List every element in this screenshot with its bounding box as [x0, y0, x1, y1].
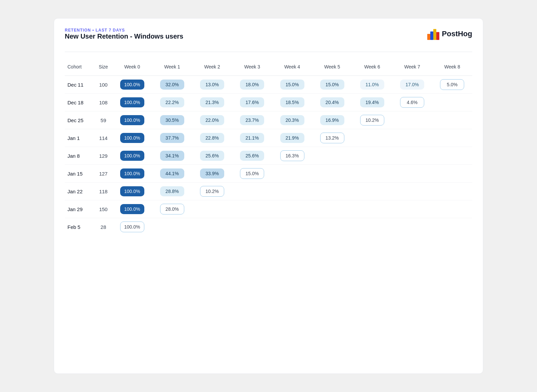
retention-pill[interactable]: 28.8%: [160, 186, 184, 196]
cell-week2: [192, 200, 232, 218]
retention-pill[interactable]: 25.6%: [240, 151, 264, 161]
retention-pill[interactable]: 20.3%: [280, 115, 304, 125]
retention-card: RETENTION • LAST 7 DAYS New User Retenti…: [54, 18, 483, 374]
divider: [65, 52, 472, 52]
retention-pill[interactable]: 100.0%: [120, 186, 144, 196]
svg-rect-0: [427, 34, 430, 40]
retention-pill[interactable]: 23.7%: [240, 115, 264, 125]
cell-week4: 15.0%: [272, 76, 312, 94]
col-header-week6: Week 6: [352, 61, 392, 76]
retention-pill[interactable]: 10.2%: [360, 115, 384, 126]
subtitle: RETENTION • LAST 7 DAYS: [65, 28, 183, 33]
retention-pill[interactable]: 28.0%: [160, 204, 184, 214]
cell-week5: 15.0%: [312, 76, 352, 94]
retention-pill[interactable]: 100.0%: [120, 168, 144, 179]
cell-week1: 30.5%: [152, 111, 192, 129]
cell-week4: [272, 218, 312, 236]
retention-pill[interactable]: 21.3%: [200, 97, 224, 107]
retention-pill[interactable]: 11.0%: [360, 80, 384, 90]
retention-pill[interactable]: 15.0%: [240, 168, 264, 179]
col-header-week2: Week 2: [192, 61, 232, 76]
cell-size: 118: [95, 183, 112, 200]
retention-pill[interactable]: 15.0%: [280, 80, 304, 90]
cell-week7: [392, 183, 432, 200]
retention-pill[interactable]: 100.0%: [120, 80, 144, 90]
cell-cohort: Jan 29: [65, 200, 95, 218]
cell-cohort: Jan 1: [65, 129, 95, 147]
retention-pill[interactable]: 25.6%: [200, 151, 224, 161]
cell-cohort: Jan 8: [65, 147, 95, 165]
table-row: Dec 2559100.0%30.5%22.0%23.7%20.3%16.9%1…: [65, 111, 472, 129]
col-header-week5: Week 5: [312, 61, 352, 76]
retention-pill[interactable]: 22.8%: [200, 133, 224, 143]
retention-pill[interactable]: 13.0%: [200, 80, 224, 90]
cell-week8: [432, 200, 472, 218]
retention-pill[interactable]: 15.0%: [320, 80, 344, 90]
retention-pill[interactable]: 5.0%: [440, 79, 464, 90]
retention-pill[interactable]: 100.0%: [120, 151, 144, 161]
cell-week3: [232, 218, 272, 236]
cell-week5: 16.9%: [312, 111, 352, 129]
svg-rect-3: [436, 32, 439, 40]
cell-week0: 100.0%: [112, 165, 152, 183]
retention-pill[interactable]: 18.0%: [240, 80, 264, 90]
cell-week1: 22.2%: [152, 94, 192, 111]
retention-pill[interactable]: 17.0%: [400, 80, 424, 90]
cell-week0: 100.0%: [112, 183, 152, 200]
cell-week7: 17.0%: [392, 76, 432, 94]
cell-cohort: Jan 22: [65, 183, 95, 200]
col-header-cohort: Cohort: [65, 61, 95, 76]
retention-pill[interactable]: 16.3%: [280, 150, 304, 161]
cell-week6: 10.2%: [352, 111, 392, 129]
retention-pill[interactable]: 22.2%: [160, 97, 184, 107]
retention-pill[interactable]: 37.7%: [160, 133, 184, 143]
table-row: Jan 22118100.0%28.8%10.2%: [65, 183, 472, 200]
cell-week2: 22.0%: [192, 111, 232, 129]
table-row: Jan 1114100.0%37.7%22.8%21.1%21.9%13.2%: [65, 129, 472, 147]
retention-pill[interactable]: 100.0%: [120, 222, 144, 232]
cell-week2: 10.2%: [192, 183, 232, 200]
retention-pill[interactable]: 34.1%: [160, 151, 184, 161]
retention-pill[interactable]: 4.6%: [400, 97, 424, 108]
cell-size: 129: [95, 147, 112, 165]
col-header-size: Size: [95, 61, 112, 76]
cell-week0: 100.0%: [112, 147, 152, 165]
cell-cohort: Jan 15: [65, 165, 95, 183]
cell-week1: 28.0%: [152, 200, 192, 218]
retention-pill[interactable]: 21.9%: [280, 133, 304, 143]
table-row: Jan 15127100.0%44.1%33.9%15.0%: [65, 165, 472, 183]
retention-pill[interactable]: 13.2%: [320, 133, 344, 143]
cell-week4: 21.9%: [272, 129, 312, 147]
retention-pill[interactable]: 100.0%: [120, 115, 144, 125]
retention-pill[interactable]: 16.9%: [320, 115, 344, 125]
retention-pill[interactable]: 17.6%: [240, 97, 264, 107]
retention-pill[interactable]: 20.4%: [320, 97, 344, 107]
retention-pill[interactable]: 100.0%: [120, 97, 144, 107]
table-row: Jan 8129100.0%34.1%25.6%25.6%16.3%: [65, 147, 472, 165]
cell-week5: [312, 165, 352, 183]
retention-pill[interactable]: 21.1%: [240, 133, 264, 143]
cell-week6: 11.0%: [352, 76, 392, 94]
retention-pill[interactable]: 33.9%: [200, 168, 224, 179]
cell-week3: 18.0%: [232, 76, 272, 94]
retention-pill[interactable]: 22.0%: [200, 115, 224, 125]
retention-pill[interactable]: 32.0%: [160, 80, 184, 90]
cell-week3: 25.6%: [232, 147, 272, 165]
cell-week8: [432, 218, 472, 236]
retention-pill[interactable]: 19.4%: [360, 97, 384, 107]
retention-pill[interactable]: 18.5%: [280, 97, 304, 107]
cell-week6: [352, 129, 392, 147]
retention-pill[interactable]: 100.0%: [120, 133, 144, 143]
cell-week3: 21.1%: [232, 129, 272, 147]
cell-week0: 100.0%: [112, 76, 152, 94]
retention-pill[interactable]: 10.2%: [200, 186, 224, 197]
cell-week6: [352, 165, 392, 183]
retention-pill[interactable]: 30.5%: [160, 115, 184, 125]
cell-week4: [272, 183, 312, 200]
cell-week5: [312, 200, 352, 218]
retention-pill[interactable]: 100.0%: [120, 204, 144, 214]
cell-week5: [312, 183, 352, 200]
cell-week6: 19.4%: [352, 94, 392, 111]
cell-size: 127: [95, 165, 112, 183]
retention-pill[interactable]: 44.1%: [160, 168, 184, 179]
